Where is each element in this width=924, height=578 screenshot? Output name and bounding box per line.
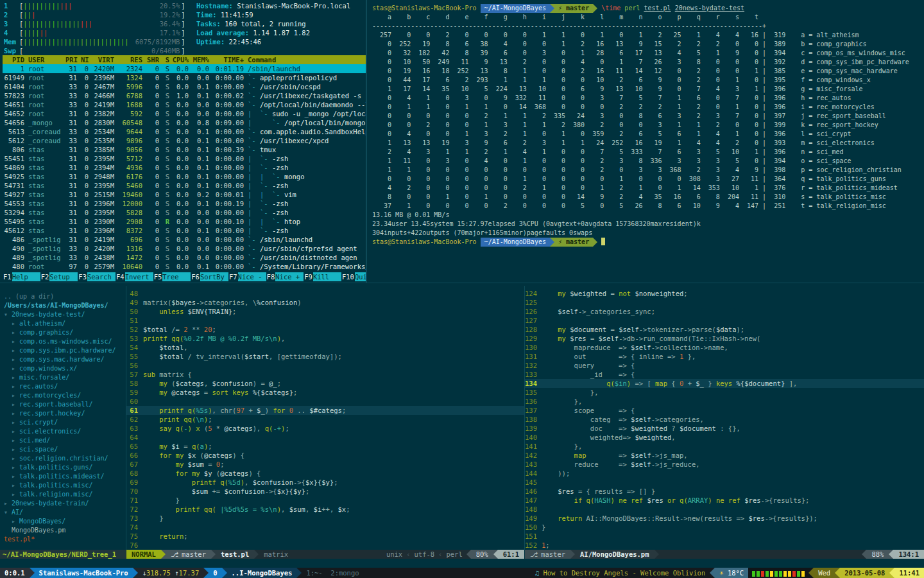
pane-border-horizontal[interactable] [0,283,924,283]
code-line[interactable]: 128 my $document = $self->tokenizer->par… [525,325,924,334]
process-row[interactable]: 486_spotlig3102419M6960S0.00.00:00.00`- … [3,235,366,244]
code-line[interactable]: 64 [126,433,524,442]
column-header-res[interactable]: RES [118,55,146,64]
htop-pane[interactable]: 1[||||||||||||20.5%]2[|||19.2%]3[|||||||… [0,0,366,281]
code-line[interactable]: 150} [525,523,924,532]
tree-item[interactable]: ▸ misc.forsale/ [0,373,126,382]
code-line[interactable]: 135 }, [525,388,924,397]
process-row[interactable]: 57823root3302466M67880S1.00.10:00.02`- /… [3,91,366,100]
process-row[interactable]: 54652root3102382M5920S0.00.00:00.00| `- … [3,109,366,118]
tree-item[interactable]: ▸ sci.space/ [0,445,126,454]
tree-item[interactable]: ▸ rec.sport.baseball/ [0,400,126,409]
column-header-user[interactable]: USER [28,55,65,64]
fkey-nice[interactable]: F8Nice + [266,272,304,281]
code-line[interactable]: 129 my $res = $self->db->run_command(Tie… [525,334,924,343]
process-row[interactable]: 5613_coreaud3302534M96440S0.00.10:00.00`… [3,127,366,136]
chevron-right-icon[interactable]: ▸ [12,365,19,372]
chevron-right-icon[interactable]: ▸ [12,455,19,462]
tree-item[interactable]: ▸ alt.atheism/ [0,319,126,328]
process-row[interactable]: 61404root3302467M59960S0.00.10:00.00`- /… [3,82,366,91]
fkey-nice[interactable]: F7Nice - [228,272,266,281]
code-line[interactable]: 67 my $sum = 0; [126,460,524,469]
code-line[interactable]: 54 $total, [126,343,524,352]
code-line[interactable]: 65 my $i = q(a); [126,442,524,451]
column-header-cpu[interactable]: CPU% [172,55,193,64]
tree-item[interactable]: ▸ rec.motorcycles/ [0,391,126,400]
code-line[interactable]: 139 doc => $weighted ? $document : {}, [525,424,924,433]
code-line[interactable]: 68 for my $y (@categs) { [126,469,524,478]
code-line[interactable]: 142 map => $self->js_map, [525,451,924,460]
tree-item[interactable]: ▸ soc.religion.christian/ [0,454,126,463]
chevron-right-icon[interactable]: ▸ [12,437,19,444]
fkey-quit[interactable]: F10Quit [341,272,366,281]
fkey-sortby[interactable]: F6SortBy [191,272,228,281]
process-table-header[interactable]: PIDUSERPRINIVIRTRESSHRSCPU%MEM%TIME+Comm… [3,55,366,64]
column-header-ni[interactable]: NI [81,55,92,64]
chevron-right-icon[interactable]: ▸ [12,329,19,336]
tree-item[interactable]: ▸ sci.crypt/ [0,418,126,427]
code-line[interactable]: 141 }, [525,442,924,451]
tmux-window-name[interactable]: ..I-MongoDBayes [227,568,297,578]
code-line[interactable]: 58 my ($categs, $confusion) = @_; [126,379,524,388]
process-row[interactable]: 55451stas3102395M57120S0.00.10:00.00| `-… [3,154,366,163]
chevron-down-icon[interactable]: ▾ [4,311,12,318]
tmux-other-windows[interactable]: 1:~- 2:mongo [302,568,363,578]
process-row[interactable]: 54731stas3102395M54600S0.00.10:00.00| `-… [3,181,366,190]
code-line[interactable]: 48 [126,289,524,298]
code-line[interactable]: 72 printf qq( |%5d%5s = %s\n), $sum, $i+… [126,505,524,514]
process-row[interactable]: 45612stas3102396M83720S0.00.10:00.00| `-… [3,226,366,235]
tree-item[interactable]: ▸ comp.sys.mac.hardware/ [0,355,126,364]
process-row[interactable]: 490_spotlig3302420M13160S0.00.00:00.00`-… [3,244,366,253]
tree-item[interactable]: ▸ comp.windows.x/ [0,364,126,373]
chevron-right-icon[interactable]: ▸ [12,518,19,525]
fkey-kill[interactable]: F9Kill [304,272,341,281]
tmux-session-id[interactable]: 0:0.1 [0,568,30,578]
chevron-right-icon[interactable]: ▸ [12,356,19,363]
process-row[interactable]: 5612_coreaud3302535M98960S0.00.10:00.00`… [3,136,366,145]
tree-item[interactable]: ▸ comp.sys.ibm.pc.hardware/ [0,346,126,355]
chevron-right-icon[interactable]: ▸ [12,473,19,480]
tree-item[interactable]: ▸ sci.electronics/ [0,427,126,436]
code-line[interactable]: 131 out => { inline => 1 }, [525,352,924,361]
chevron-right-icon[interactable]: ▸ [12,401,19,408]
fkey-tree[interactable]: F5Tree [153,272,191,281]
code-line[interactable]: 138 categ => $self->categories, [525,415,924,424]
process-row[interactable]: 54869stas3102394M49360S0.00.10:00.00| `-… [3,163,366,172]
tree-item[interactable]: .. (up a dir) [0,292,126,301]
chevron-right-icon[interactable]: ▸ [12,338,19,345]
code-line[interactable]: 49matrix($bayes->categories, \%confusion… [126,298,524,307]
chevron-right-icon[interactable]: ▸ [12,383,19,390]
code-line[interactable]: 63 say q(-) x (5 * @categs), q(-+); [126,424,524,433]
tree-item[interactable]: /Users/stas/AI-MongoDBayes/ [0,301,126,310]
chevron-right-icon[interactable]: ▸ [4,500,12,507]
column-header-s[interactable]: S [163,55,172,64]
process-row[interactable]: 480root9702579M106400S0.00.10:00.00`- /S… [3,262,366,271]
tree-item[interactable]: ▸ 20news-bydate-train/ [0,499,126,508]
code-line[interactable]: 132 query => { [525,361,924,370]
chevron-right-icon[interactable]: ▸ [12,347,19,354]
code-line[interactable]: 57sub matrix { [126,370,524,379]
process-row[interactable]: 53294stas3102395M58280S0.00.00:00.00| `-… [3,208,366,217]
code-line[interactable]: 59 my @categs = sort keys %{$categs}; [126,388,524,397]
shell-pane[interactable]: stas@Stanislaws-MacBook-Pro ~/AI-MongoDB… [367,0,924,281]
column-header-pri[interactable]: PRI [65,55,81,64]
code-line[interactable]: 144 )); [525,469,924,478]
fkey-help[interactable]: F1Help [3,272,40,281]
tree-item[interactable]: ▸ comp.graphics/ [0,328,126,337]
code-line[interactable]: 66 for my $x (@categs) { [126,451,524,460]
code-line[interactable]: 140 weighted=> $weighted, [525,433,924,442]
code-line[interactable]: 133 _id => { [525,370,924,379]
code-line[interactable]: 62 print qq(\n); [126,415,524,424]
fkey-invert[interactable]: F4Invert [116,272,153,281]
code-line[interactable]: 125 [525,298,924,307]
code-line[interactable]: 50 unless $ENV{TRAIN}; [126,307,524,316]
tmux-window-index[interactable]: 0 [209,568,221,578]
code-line[interactable]: 127 [525,316,924,325]
process-row[interactable]: 54656_mongo3102830M605480S0.00.80:09.00|… [3,118,366,127]
code-line[interactable]: 60 [126,397,524,406]
vim-commandline[interactable] [0,559,924,568]
code-line[interactable]: 74 [126,523,524,532]
tree-item[interactable]: ▸ MongoDBayes/ [0,517,126,526]
tree-item[interactable]: test.pl* [0,535,126,544]
code-line[interactable]: 147 if q(HASH) ne ref $res or q(ARRAY) n… [525,496,924,505]
